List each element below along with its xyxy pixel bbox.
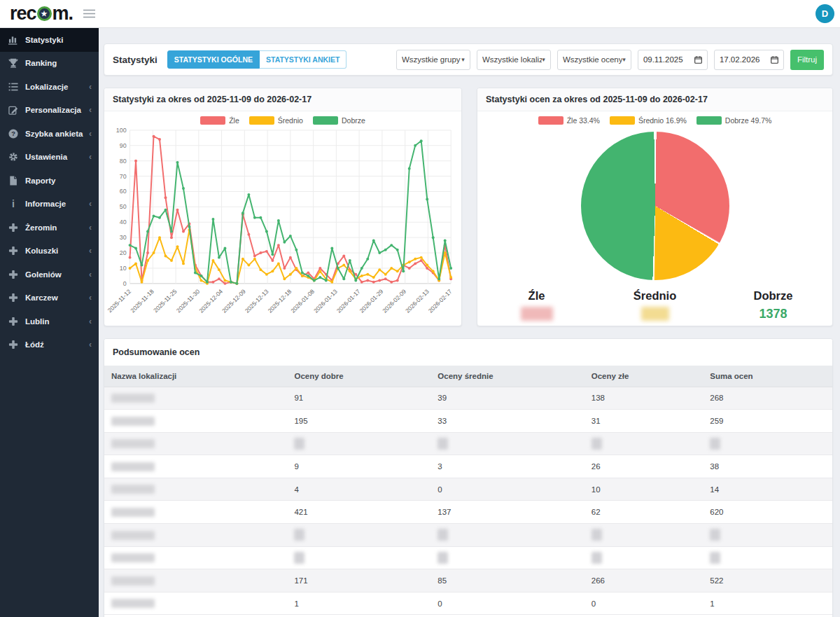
redacted-name	[111, 531, 155, 540]
legend-item: Dobrze 49.7%	[696, 116, 772, 125]
filter-button[interactable]: Filtruj	[790, 50, 824, 70]
redacted-name	[111, 576, 155, 585]
sidebar-item-personalizacja[interactable]: Personalizacja ‹	[0, 99, 99, 123]
plus-icon	[8, 223, 18, 233]
svg-text:2025-12-18: 2025-12-18	[267, 288, 293, 314]
location-name-cell	[104, 546, 294, 569]
pie-stat-value	[477, 305, 596, 322]
value-cell: 0	[438, 592, 591, 615]
location-name-cell	[104, 387, 294, 410]
date-from-input[interactable]: 09.11.2025	[638, 50, 708, 70]
select-locations[interactable]: Wszystkie lokaliz ▾	[477, 50, 551, 70]
value-cell: 259	[710, 410, 832, 433]
value-cell	[294, 432, 438, 455]
chevron-collapse-icon: ‹	[89, 106, 92, 114]
chevron-collapse-icon: ‹	[89, 153, 92, 161]
line-chart-legend: ŹleŚrednioDobrze	[104, 116, 461, 125]
legend-label: Dobrze 49.7%	[725, 116, 772, 125]
col-header-medium: Oceny średnie	[438, 366, 591, 387]
svg-text:10: 10	[120, 265, 127, 272]
sidebar-item-koluszki[interactable]: Koluszki ‹	[0, 240, 99, 263]
redacted-value	[710, 438, 720, 450]
user-avatar[interactable]: D	[816, 4, 834, 23]
pie-stat-dobrze: Dobrze1378	[714, 289, 832, 322]
filter-bar: Statystyki STATYSTYKI OGÓLNE STATYSTYKI …	[104, 43, 833, 76]
value-cell: 85	[438, 569, 591, 592]
redacted-value	[592, 552, 602, 564]
legend-label: Średnio	[278, 116, 303, 125]
table-row: 1953331259	[104, 410, 832, 433]
sidebar-item-szybka-ankieta[interactable]: ? Szybka ankieta ‹	[0, 122, 99, 146]
sidebar-item-ranking[interactable]: Ranking	[0, 52, 99, 76]
legend-item: Źle	[200, 116, 239, 125]
sidebar-item--odz[interactable]: Łódź ‹	[0, 333, 99, 357]
sidebar-item-informacje[interactable]: i Informacje ‹	[0, 193, 99, 216]
redacted-name	[111, 462, 155, 471]
sidebar-item-raporty[interactable]: Raporty	[0, 169, 99, 193]
location-name-cell	[104, 410, 294, 433]
svg-text:2026-02-17: 2026-02-17	[427, 288, 454, 314]
value-cell	[438, 546, 591, 569]
svg-text:2026-02-09: 2026-02-09	[381, 288, 407, 314]
svg-text:2026-02-13: 2026-02-13	[404, 288, 430, 314]
legend-label: Źle 33.4%	[567, 116, 600, 125]
value-cell: 421	[294, 501, 438, 524]
location-name-cell	[104, 524, 294, 547]
svg-text:2025-11-18: 2025-11-18	[129, 288, 155, 314]
select-ratings[interactable]: Wszystkie oceny ▾	[557, 50, 631, 70]
pie-stat-srednio: Średnio	[596, 289, 714, 322]
pie-chart	[581, 132, 729, 280]
plus-icon	[8, 270, 18, 279]
svg-text:2025-11-30: 2025-11-30	[175, 288, 201, 314]
redacted-value	[521, 307, 553, 321]
value-cell: 138	[592, 387, 710, 410]
calendar-icon	[694, 56, 702, 64]
tab-statystyki-ogolne[interactable]: STATYSTYKI OGÓLNE	[167, 50, 260, 69]
legend-item: Dobrze	[313, 116, 365, 125]
sidebar-item-goleniow[interactable]: Goleniów ‹	[0, 263, 99, 286]
filter-controls: Wszystkie grupy ▾ Wszystkie lokaliz ▾ Ws…	[396, 50, 824, 70]
chevron-collapse-icon: ‹	[89, 200, 92, 208]
location-name-cell	[104, 478, 294, 501]
value-cell: 620	[710, 501, 832, 524]
sidebar-item-karczew[interactable]: Karczew ‹	[0, 286, 99, 310]
sidebar-item-zeromin[interactable]: Żeromin ‹	[0, 216, 99, 240]
value-cell: 26	[592, 455, 710, 478]
stats-tabs: STATYSTYKI OGÓLNE STATYSTYKI ANKIET	[167, 50, 347, 69]
app-logo[interactable]: rec★m.	[10, 3, 73, 25]
svg-text:20: 20	[120, 249, 127, 256]
pie-stat-label: Dobrze	[714, 289, 832, 303]
redacted-value	[438, 552, 448, 564]
menu-toggle-icon[interactable]	[83, 9, 95, 18]
pie-stat-value: 1378	[714, 305, 832, 322]
select-groups[interactable]: Wszystkie grupy ▾	[396, 50, 470, 70]
svg-text:60: 60	[120, 188, 127, 195]
sidebar-item-ustawienia[interactable]: Ustawienia ‹	[0, 146, 99, 169]
chevron-collapse-icon: ‹	[89, 223, 92, 232]
tab-statystyki-ankiet[interactable]: STATYSTYKI ANKIET	[260, 50, 346, 69]
sidebar-item-lublin[interactable]: Lublin ‹	[0, 310, 99, 333]
chevron-collapse-icon: ‹	[89, 83, 92, 91]
pie-stat-label: Źle	[477, 289, 596, 303]
location-name-cell	[104, 569, 294, 592]
redacted-value	[592, 438, 602, 450]
svg-text:2025-12-13: 2025-12-13	[244, 288, 270, 314]
redacted-name	[111, 394, 155, 403]
redacted-name	[111, 485, 155, 494]
sidebar-item-lokalizacje[interactable]: Lokalizacje ‹	[0, 75, 99, 99]
legend-swatch	[313, 116, 338, 125]
date-to-input[interactable]: 17.02.2026	[714, 50, 784, 70]
chevron-collapse-icon: ‹	[89, 317, 92, 326]
pie-stat-zle: Źle	[477, 289, 596, 322]
summary-table-title: Podsumowanie ocen	[104, 339, 832, 366]
sidebar-item-statystyki[interactable]: Statystyki	[0, 28, 99, 52]
svg-text:i: i	[12, 199, 15, 209]
legend-label: Dobrze	[342, 116, 365, 125]
table-row: 932638	[104, 455, 832, 478]
col-header-good: Oceny dobre	[294, 366, 438, 387]
value-cell: 3	[438, 455, 591, 478]
col-header-bad: Oceny złe	[592, 366, 710, 387]
svg-text:2026-01-08: 2026-01-08	[289, 288, 316, 314]
value-cell	[294, 546, 438, 569]
legend-label: Średnio 16.9%	[638, 116, 687, 125]
